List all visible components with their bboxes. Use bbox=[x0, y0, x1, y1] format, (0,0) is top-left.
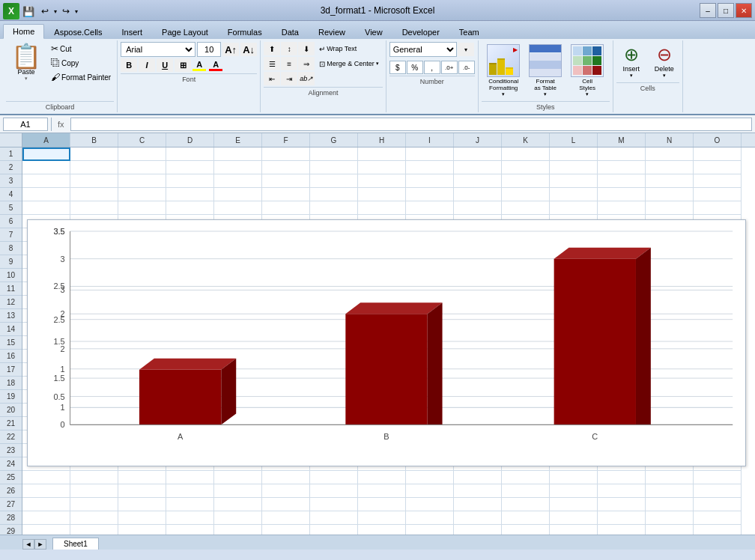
col-header-I[interactable]: I bbox=[406, 133, 454, 147]
row-header-28[interactable]: 28 bbox=[0, 511, 22, 525]
tab-home[interactable]: Home bbox=[3, 24, 44, 39]
currency-button[interactable]: $ bbox=[389, 61, 406, 74]
cut-button[interactable]: ✂ Cut bbox=[48, 42, 114, 55]
row-header-3[interactable]: 3 bbox=[0, 174, 22, 188]
italic-button[interactable]: I bbox=[139, 58, 155, 72]
cell-J1[interactable] bbox=[454, 147, 502, 161]
tab-aspose[interactable]: Aspose.Cells bbox=[44, 25, 112, 39]
customize-quick-access[interactable]: ▾ bbox=[75, 8, 78, 15]
row-header-2[interactable]: 2 bbox=[0, 161, 22, 174]
row-header-6[interactable]: 6 bbox=[0, 215, 22, 228]
row-header-5[interactable]: 5 bbox=[0, 201, 22, 215]
row-header-20[interactable]: 20 bbox=[0, 404, 22, 417]
row-header-10[interactable]: 10 bbox=[0, 269, 22, 282]
row-header-18[interactable]: 18 bbox=[0, 377, 22, 390]
underline-button[interactable]: U bbox=[157, 58, 173, 72]
row-header-17[interactable]: 17 bbox=[0, 363, 22, 377]
row-header-8[interactable]: 8 bbox=[0, 242, 22, 255]
redo-button[interactable]: ↪ bbox=[58, 4, 73, 18]
row-header-24[interactable]: 24 bbox=[0, 457, 22, 471]
align-bottom-button[interactable]: ⬇ bbox=[298, 42, 315, 55]
row-header-9[interactable]: 9 bbox=[0, 255, 22, 269]
merge-center-button[interactable]: ⊡ Merge & Center ▾ bbox=[315, 57, 383, 70]
tab-page-layout[interactable]: Page Layout bbox=[152, 25, 218, 39]
cell-styles-button[interactable]: CellStyles ▾ bbox=[567, 42, 607, 100]
tab-team[interactable]: Team bbox=[449, 25, 489, 39]
row-header-25[interactable]: 25 bbox=[0, 471, 22, 484]
decrease-indent-button[interactable]: ⇤ bbox=[264, 72, 280, 85]
col-header-B[interactable]: B bbox=[70, 133, 118, 147]
cell-M1[interactable] bbox=[598, 147, 646, 161]
row-header-7[interactable]: 7 bbox=[0, 228, 22, 242]
cell-L1[interactable] bbox=[550, 147, 598, 161]
row-header-21[interactable]: 21 bbox=[0, 417, 22, 430]
cell-K1[interactable] bbox=[502, 147, 550, 161]
row-header-4[interactable]: 4 bbox=[0, 188, 22, 201]
font-color-button[interactable]: A bbox=[209, 60, 222, 71]
col-header-K[interactable]: K bbox=[502, 133, 550, 147]
border-button[interactable]: ⊞ bbox=[175, 58, 191, 72]
number-format-dropdown[interactable]: ▾ bbox=[458, 43, 474, 56]
format-as-table-button[interactable]: Formatas Table ▾ bbox=[525, 42, 566, 100]
tab-data[interactable]: Data bbox=[272, 25, 309, 39]
comma-button[interactable]: , bbox=[424, 61, 440, 74]
formula-input[interactable] bbox=[70, 118, 752, 131]
font-name-select[interactable]: Arial bbox=[121, 42, 195, 57]
increase-decimal-button[interactable]: .0+ bbox=[441, 61, 458, 74]
col-header-E[interactable]: E bbox=[214, 133, 262, 147]
row-header-11[interactable]: 11 bbox=[0, 282, 22, 296]
row-header-22[interactable]: 22 bbox=[0, 430, 22, 444]
insert-button[interactable]: ⊕ Insert ▾ bbox=[616, 42, 646, 81]
decrease-decimal-button[interactable]: .0- bbox=[458, 61, 475, 74]
cell-O1[interactable] bbox=[694, 147, 742, 161]
bold-button[interactable]: B bbox=[121, 58, 137, 72]
col-header-D[interactable]: D bbox=[166, 133, 214, 147]
cell-D1[interactable] bbox=[166, 147, 214, 161]
col-header-O[interactable]: O bbox=[694, 133, 742, 147]
tab-formulas[interactable]: Formulas bbox=[218, 25, 272, 39]
tab-insert[interactable]: Insert bbox=[112, 25, 153, 39]
undo-button[interactable]: ↩ bbox=[37, 4, 52, 18]
grow-font-button[interactable]: A↑ bbox=[222, 43, 239, 56]
font-size-input[interactable] bbox=[197, 42, 221, 57]
row-header-14[interactable]: 14 bbox=[0, 323, 22, 336]
align-right-button[interactable]: ⇒ bbox=[298, 57, 315, 70]
copy-button[interactable]: ⿻ Copy bbox=[48, 56, 114, 70]
cell-C1[interactable] bbox=[118, 147, 166, 161]
select-all-corner[interactable] bbox=[0, 133, 22, 147]
col-header-J[interactable]: J bbox=[454, 133, 502, 147]
number-format-select[interactable]: General bbox=[389, 42, 457, 57]
cell-B1[interactable] bbox=[70, 147, 118, 161]
row-header-27[interactable]: 27 bbox=[0, 498, 22, 511]
row-header-1[interactable]: 1 bbox=[0, 147, 22, 161]
cell-I1[interactable] bbox=[406, 147, 454, 161]
percent-button[interactable]: % bbox=[407, 61, 423, 74]
col-header-H[interactable]: H bbox=[358, 133, 406, 147]
col-header-A[interactable]: A bbox=[22, 133, 70, 147]
cell-G1[interactable] bbox=[310, 147, 358, 161]
row-header-26[interactable]: 26 bbox=[0, 484, 22, 498]
fill-color-button[interactable]: A bbox=[192, 60, 206, 71]
tab-review[interactable]: Review bbox=[309, 25, 355, 39]
tab-view[interactable]: View bbox=[355, 25, 392, 39]
chart-area[interactable]: 3.5 3 2.5 2 bbox=[27, 219, 746, 466]
col-header-G[interactable]: G bbox=[310, 133, 358, 147]
col-header-M[interactable]: M bbox=[598, 133, 646, 147]
minimize-button[interactable]: – bbox=[700, 3, 716, 18]
orientation-button[interactable]: ab↗ bbox=[298, 72, 315, 85]
cell-A1[interactable] bbox=[22, 147, 70, 161]
col-header-L[interactable]: L bbox=[550, 133, 598, 147]
row-header-19[interactable]: 19 bbox=[0, 390, 22, 404]
wrap-text-button[interactable]: ↵ Wrap Text bbox=[315, 42, 360, 55]
align-middle-button[interactable]: ↕ bbox=[281, 42, 297, 55]
align-center-button[interactable]: ≡ bbox=[281, 57, 297, 70]
col-header-F[interactable]: F bbox=[262, 133, 310, 147]
cell-N1[interactable] bbox=[646, 147, 694, 161]
format-painter-button[interactable]: 🖌 Format Painter bbox=[48, 70, 114, 84]
col-header-C[interactable]: C bbox=[118, 133, 166, 147]
cell-F1[interactable] bbox=[262, 147, 310, 161]
maximize-button[interactable]: □ bbox=[718, 3, 734, 18]
align-top-button[interactable]: ⬆ bbox=[264, 42, 280, 55]
delete-button[interactable]: ⊖ Delete ▾ bbox=[649, 42, 679, 81]
sheet-tab-1[interactable]: Sheet1 bbox=[52, 538, 99, 550]
